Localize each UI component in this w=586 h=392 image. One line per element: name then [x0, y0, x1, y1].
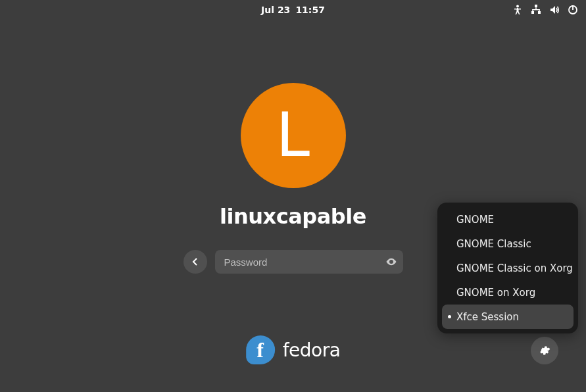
svg-point-0: [516, 5, 519, 8]
network-icon[interactable]: [531, 5, 541, 15]
svg-rect-7: [532, 9, 533, 11]
session-item[interactable]: GNOME Classic: [442, 232, 574, 256]
volume-icon[interactable]: [549, 5, 560, 15]
avatar-initial: L: [276, 105, 310, 166]
svg-rect-6: [532, 9, 539, 10]
session-item-label: GNOME Classic: [456, 238, 531, 250]
session-item-label: GNOME on Xorg: [456, 287, 535, 299]
svg-rect-8: [539, 9, 539, 11]
back-button[interactable]: [183, 250, 207, 274]
password-row: [183, 250, 403, 274]
session-item[interactable]: Xfce Session: [442, 305, 574, 329]
svg-rect-2: [535, 5, 537, 7]
login-area: L linuxcapable: [182, 83, 405, 274]
session-item[interactable]: GNOME: [442, 207, 574, 232]
power-icon[interactable]: [568, 5, 578, 15]
session-item-label: GNOME: [456, 214, 494, 226]
session-item-label: Xfce Session: [456, 311, 519, 323]
system-tray: [512, 0, 578, 20]
session-settings-button[interactable]: [531, 337, 558, 364]
top-panel: Jul 23 11:57: [0, 0, 586, 20]
user-avatar: L: [241, 83, 346, 188]
session-menu: GNOMEGNOME ClassicGNOME Classic on XorgG…: [437, 203, 578, 333]
svg-rect-4: [538, 11, 541, 14]
fedora-f-glyph: f: [256, 338, 264, 362]
datetime[interactable]: Jul 23 11:57: [261, 5, 325, 15]
time-text: 11:57: [295, 5, 325, 15]
selected-dot-icon: [448, 315, 451, 318]
date-text: Jul 23: [261, 5, 290, 15]
password-field-container: [215, 250, 403, 274]
reveal-password-button[interactable]: [379, 250, 403, 274]
distro-branding: f fedora: [246, 335, 341, 364]
gear-icon: [539, 345, 550, 356]
eye-icon: [385, 256, 397, 268]
fedora-logo-icon: f: [246, 335, 275, 364]
accessibility-icon[interactable]: [512, 5, 523, 15]
svg-rect-3: [531, 11, 534, 14]
chevron-left-icon: [190, 257, 201, 267]
svg-rect-10: [572, 5, 574, 10]
distro-name: fedora: [283, 339, 341, 361]
password-input[interactable]: [215, 250, 379, 274]
session-item-label: GNOME Classic on Xorg: [456, 262, 573, 274]
username-label: linuxcapable: [220, 204, 366, 229]
session-item[interactable]: GNOME Classic on Xorg: [442, 256, 574, 280]
session-item[interactable]: GNOME on Xorg: [442, 280, 574, 305]
